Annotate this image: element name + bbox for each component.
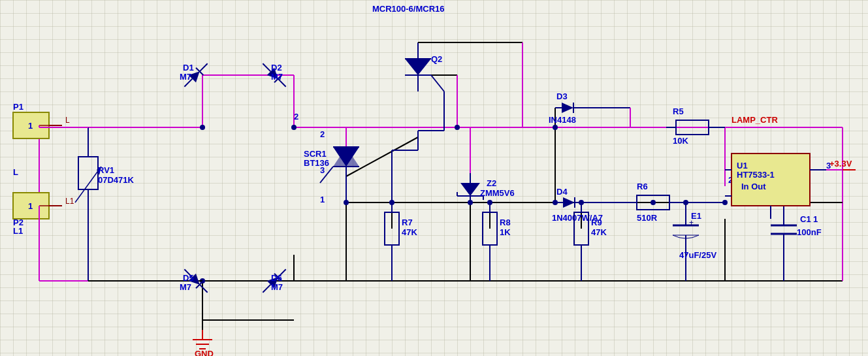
svg-line-151 — [431, 75, 444, 91]
svg-text:100nF: 100nF — [797, 227, 822, 237]
svg-text:1: 1 — [28, 201, 33, 211]
svg-text:GND: GND — [195, 349, 214, 356]
svg-text:D3: D3 — [556, 91, 568, 101]
svg-marker-177 — [563, 197, 575, 208]
svg-marker-147 — [405, 59, 431, 75]
svg-text:IN4148: IN4148 — [549, 115, 576, 125]
svg-text:L1: L1 — [65, 197, 74, 206]
svg-line-27 — [346, 137, 418, 176]
svg-text:510R: 510R — [637, 213, 658, 223]
svg-text:Z2: Z2 — [487, 178, 496, 188]
svg-text:47uF/25V: 47uF/25V — [679, 250, 716, 260]
svg-text:Q2: Q2 — [431, 54, 442, 64]
svg-text:1: 1 — [320, 195, 325, 204]
svg-text:ZMM5V6: ZMM5V6 — [480, 188, 515, 198]
svg-point-66 — [291, 125, 297, 130]
svg-text:E1: E1 — [691, 211, 701, 221]
svg-text:LAMP_CTR: LAMP_CTR — [731, 115, 778, 125]
svg-text:2: 2 — [294, 112, 298, 121]
svg-text:R9: R9 — [591, 218, 602, 227]
svg-text:MCR100-6/MCR16: MCR100-6/MCR16 — [372, 4, 445, 14]
svg-point-64 — [200, 125, 205, 130]
svg-text:SCR1: SCR1 — [304, 149, 327, 159]
svg-text:1: 1 — [813, 214, 818, 224]
svg-line-108 — [200, 63, 208, 71]
svg-text:C1: C1 — [800, 214, 811, 224]
svg-marker-162 — [460, 183, 480, 196]
svg-text:D6: D6 — [271, 273, 282, 283]
svg-text:M7: M7 — [271, 72, 283, 82]
svg-text:L1: L1 — [13, 226, 23, 236]
svg-text:1: 1 — [28, 121, 33, 131]
svg-text:BT136: BT136 — [304, 158, 329, 168]
svg-line-111 — [263, 63, 270, 71]
svg-line-120 — [200, 285, 208, 293]
svg-text:HT7533-1: HT7533-1 — [737, 170, 775, 180]
svg-text:M7: M7 — [180, 72, 191, 82]
svg-text:L: L — [13, 167, 18, 177]
svg-text:R6: R6 — [637, 182, 648, 191]
svg-point-69 — [553, 125, 558, 130]
svg-marker-170 — [562, 103, 573, 113]
svg-text:R8: R8 — [500, 218, 511, 227]
svg-text:R5: R5 — [673, 106, 684, 116]
svg-text:3: 3 — [320, 165, 325, 175]
svg-text:10K: 10K — [673, 136, 688, 146]
svg-text:R7: R7 — [402, 218, 413, 227]
svg-text:L: L — [65, 116, 70, 125]
svg-text:D1: D1 — [183, 63, 194, 73]
svg-point-71 — [651, 200, 656, 205]
svg-text:P1: P1 — [13, 102, 24, 112]
svg-text:+3.3V: +3.3V — [829, 159, 852, 169]
svg-text:07D471K: 07D471K — [98, 175, 135, 185]
svg-text:M7: M7 — [180, 282, 191, 292]
svg-text:D2: D2 — [271, 63, 282, 73]
svg-text:RV1: RV1 — [98, 165, 114, 175]
svg-text:D5: D5 — [183, 273, 194, 283]
schematic-canvas: 1 1 P1 P2 L L L1 L1 RV1 07D471K — [0, 0, 868, 356]
svg-text:2: 2 — [320, 129, 325, 139]
svg-point-67 — [455, 125, 460, 130]
svg-text:47K: 47K — [402, 227, 417, 237]
svg-text:M7: M7 — [271, 282, 283, 292]
svg-line-123 — [263, 285, 270, 293]
svg-text:In  Out: In Out — [741, 182, 766, 191]
svg-text:1K: 1K — [500, 227, 511, 237]
svg-text:47K: 47K — [591, 227, 607, 237]
svg-text:D4: D4 — [556, 187, 568, 197]
svg-text:U1: U1 — [737, 161, 748, 170]
